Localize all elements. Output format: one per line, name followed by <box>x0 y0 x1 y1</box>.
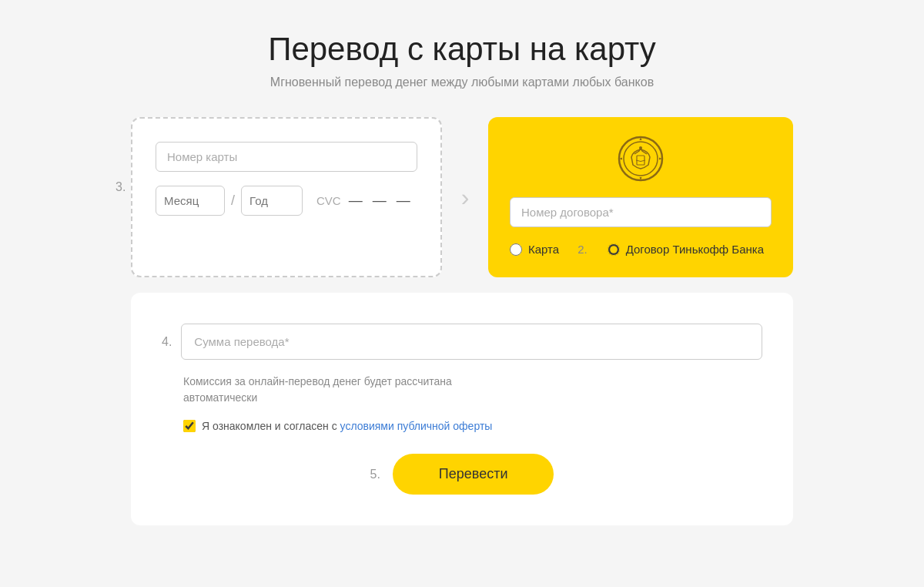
submit-step-label: 5. <box>370 468 380 481</box>
svg-rect-2 <box>637 156 644 165</box>
radio-contract[interactable] <box>608 243 620 256</box>
svg-point-3 <box>639 146 642 149</box>
expiry-year-input[interactable] <box>241 186 303 216</box>
contract-number-input[interactable] <box>510 197 772 227</box>
amount-step-label: 4. <box>162 335 172 349</box>
cvc-dashes: — — — <box>349 193 413 209</box>
cvc-label: CVC <box>316 194 341 207</box>
amount-section: 4. Комиссия за онлайн-перевод денег буде… <box>131 293 793 525</box>
bank-logo-icon <box>618 136 664 182</box>
amount-row: 4. <box>162 324 762 360</box>
source-card: 3. / CVC — — — <box>131 117 442 277</box>
submit-button[interactable]: Перевести <box>393 454 554 495</box>
expiry-separator: / <box>225 193 241 209</box>
submit-row: 5. Перевести <box>162 454 762 495</box>
agreement-checkbox[interactable] <box>183 420 196 432</box>
amount-input[interactable] <box>181 324 762 360</box>
source-step-label: 3. <box>116 180 126 194</box>
expiry-month-input[interactable] <box>156 186 225 216</box>
dest-card: Карта 2. Договор Тинькофф Банка <box>488 117 793 277</box>
page-subtitle: Мгновенный перевод денег между любыми ка… <box>270 75 654 89</box>
commission-text: Комиссия за онлайн-перевод денег будет р… <box>183 374 762 406</box>
cards-row: 3. / CVC — — — › <box>131 117 793 277</box>
svg-point-0 <box>619 137 662 180</box>
dest-step-label: 2. <box>578 243 588 256</box>
agreement-label: Я ознакомлен и согласен с условиями публ… <box>202 420 492 432</box>
oferta-link[interactable]: условиями публичной оферты <box>340 420 493 432</box>
expiry-row: / CVC — — — <box>156 186 417 216</box>
radio-card-label: Карта <box>528 243 559 256</box>
radio-contract-label: Договор Тинькофф Банка <box>626 243 764 256</box>
agreement-row: Я ознакомлен и согласен с условиями публ… <box>183 420 762 432</box>
arrow-container: › <box>442 117 488 277</box>
right-arrow-icon: › <box>461 183 470 212</box>
radio-card[interactable] <box>510 243 522 256</box>
card-number-input[interactable] <box>156 142 417 172</box>
radio-option-contract[interactable]: Договор Тинькофф Банка <box>608 243 764 256</box>
payment-type-radio-row: Карта 2. Договор Тинькофф Банка <box>510 243 772 256</box>
radio-option-card[interactable]: Карта <box>510 243 559 256</box>
page-title: Перевод с карты на карту <box>268 31 656 68</box>
